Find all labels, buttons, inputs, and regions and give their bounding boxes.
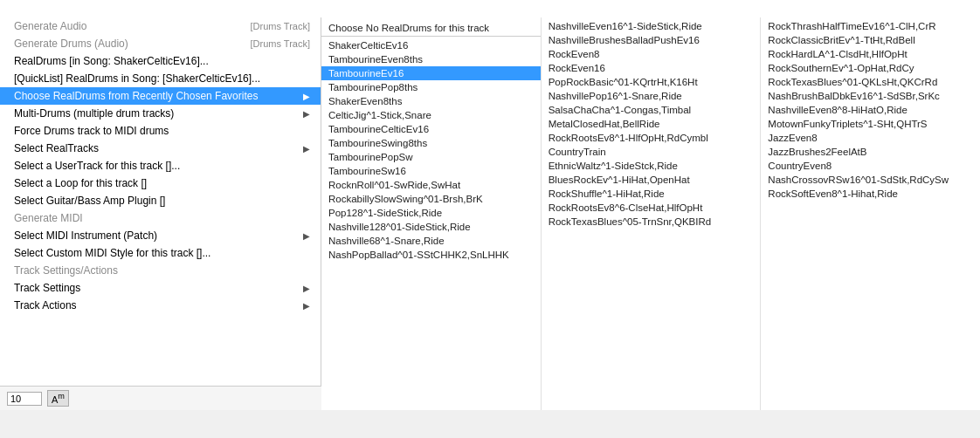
left-item-select-usertrack[interactable]: Select a UserTrack for this track []... <box>0 157 321 175</box>
col1-item-sct8[interactable]: TambourineSwing8ths <box>321 136 541 150</box>
left-panel: Generate Audio[Drums Track]Generate Drum… <box>0 17 321 410</box>
col2-item-c2i13[interactable]: RockShuffle^1-HiHat,Ride <box>542 187 761 201</box>
left-item-label: Select MIDI Instrument (Patch) <box>14 229 157 242</box>
col1-item-sct3[interactable]: TambourineEv16 <box>321 66 541 80</box>
col1-item-sct7[interactable]: TambourineCelticEv16 <box>321 122 541 136</box>
col1-item-sct1[interactable]: ShakerCelticEv16 <box>321 38 541 52</box>
col2-item-c2i4[interactable]: RockEven16 <box>542 61 761 75</box>
submenu-arrow-icon: ▶ <box>303 109 310 119</box>
col2-item-c2i14[interactable]: RockRootsEv8^6-ClseHat,HlfOpHt <box>542 201 761 215</box>
left-item-label: Select RealTracks <box>14 142 99 154</box>
left-item-generate-drums: Generate Drums (Audio)[Drums Track] <box>0 35 321 52</box>
col2-item-c2i7[interactable]: SalsaChaCha^1-Congas,Timbal <box>542 103 761 117</box>
left-item-generate-audio: Generate Audio[Drums Track] <box>0 17 321 35</box>
col3-item-c3i10[interactable]: JazzBrushes2FeelAtB <box>761 145 980 159</box>
col1-item-sct15[interactable]: Nashville68^1-Snare,Ride <box>321 234 541 248</box>
col3-item-c3i1[interactable]: RockThrashHalfTimeEv16^1-ClH,CrR <box>761 19 980 33</box>
col3-item-c3i11[interactable]: CountryEven8 <box>761 159 980 173</box>
left-item-select-loop[interactable]: Select a Loop for this track [] <box>0 175 321 192</box>
col1-item-sct6[interactable]: CelticJig^1-Stick,Snare <box>321 108 541 122</box>
left-item-label: Generate MIDI <box>14 212 83 224</box>
col3-item-c3i8[interactable]: MotownFunkyTriplets^1-SHt,QHTrS <box>761 117 980 131</box>
col1-item-sct12[interactable]: RockabillySlowSwing^01-Brsh,BrK <box>321 192 541 206</box>
col1-item-sct9[interactable]: TambourinePopSw <box>321 150 541 164</box>
main-title <box>0 0 980 17</box>
left-item-quicklist-realdrums[interactable]: [QuickList] RealDrums in Song: [ShakerCe… <box>0 70 321 87</box>
bottom-bar-input[interactable] <box>7 392 42 406</box>
left-item-select-realtracks[interactable]: Select RealTracks▶ <box>0 140 321 157</box>
col3-item-c3i4[interactable]: RockSouthernEv^1-OpHat,RdCy <box>761 61 980 75</box>
col2-item-c2i10[interactable]: CountryTrain <box>542 145 761 159</box>
col2-item-c2i2[interactable]: NashvilleBrushesBalladPushEv16 <box>542 33 761 47</box>
col3-item-c3i2[interactable]: RockClassicBritEv^1-TtHt,RdBell <box>761 33 980 47</box>
col2-item-c2i1[interactable]: NashvilleEven16^1-SideStick,Ride <box>542 19 761 33</box>
left-item-label: Select Guitar/Bass Amp Plugin [] <box>14 195 165 207</box>
left-item-select-guitar-bass[interactable]: Select Guitar/Bass Amp Plugin [] <box>0 192 321 209</box>
left-item-label: Multi-Drums (multiple drum tracks) <box>14 107 174 120</box>
col2-item-c2i12[interactable]: BluesRockEv^1-HiHat,OpenHat <box>542 173 761 187</box>
submenu-arrow-icon: ▶ <box>303 92 310 101</box>
bottom-bar: Am <box>0 386 321 410</box>
submenu-arrow-icon: ▶ <box>303 284 310 293</box>
col3-item-c3i6[interactable]: NashBrushBalDbkEv16^1-SdSBr,SrKc <box>761 89 980 103</box>
col3-item-c3i5[interactable]: RockTexasBlues^01-QKLsHt,QKCrRd <box>761 75 980 89</box>
col3-item-c3i12[interactable]: NashCrossovRSw16^01-SdStk,RdCySw <box>761 173 980 187</box>
left-item-select-midi-instrument[interactable]: Select MIDI Instrument (Patch)▶ <box>0 227 321 244</box>
left-item-sub: [Drums Track] <box>251 21 310 31</box>
right-panel: Choose No RealDrums for this trackShaker… <box>321 17 980 410</box>
col1-item-sct10[interactable]: TambourineSw16 <box>321 164 541 178</box>
left-item-generate-midi-label: Generate MIDI <box>0 209 321 227</box>
left-item-label: [QuickList] RealDrums in Song: [ShakerCe… <box>14 72 260 85</box>
col1-item-sct5[interactable]: ShakerEven8ths <box>321 94 541 108</box>
col2-item-c2i15[interactable]: RockTexasBlues^05-TrnSnr,QKBIRd <box>542 215 761 229</box>
left-item-label: Select a Loop for this track [] <box>14 177 147 189</box>
col2-item-c2i8[interactable]: MetalClosedHat,BellRide <box>542 117 761 131</box>
left-item-label: Force Drums track to MIDI drums <box>14 125 169 137</box>
left-item-multi-drums[interactable]: Multi-Drums (multiple drum tracks)▶ <box>0 105 321 122</box>
left-item-label: Generate Drums (Audio) <box>14 38 128 50</box>
col3-item-c3i9[interactable]: JazzEven8 <box>761 131 980 145</box>
left-item-sub: [Drums Track] <box>251 38 310 49</box>
submenu-arrow-icon: ▶ <box>303 144 310 154</box>
col1-item-sct16[interactable]: NashPopBallad^01-SStCHHK2,SnLHHK <box>321 248 541 262</box>
left-item-label: Generate Audio <box>14 20 86 32</box>
col1-item-sct2[interactable]: TambourineEven8ths <box>321 52 541 66</box>
col2-item-c2i6[interactable]: NashvillePop16^1-Snare,Ride <box>542 89 761 103</box>
col1-item-sct11[interactable]: RocknRoll^01-SwRide,SwHat <box>321 178 541 192</box>
left-item-choose-realdrums-favorites[interactable]: Choose RealDrums from Recently Chosen Fa… <box>0 87 321 105</box>
left-item-label: Choose RealDrums from Recently Chosen Fa… <box>14 90 258 102</box>
col2-item-c2i9[interactable]: RockRootsEv8^1-HlfOpHt,RdCymbl <box>542 131 761 145</box>
left-item-track-actions[interactable]: Track Actions▶ <box>0 297 321 314</box>
col1-item-sct13[interactable]: Pop128^1-SideStick,Ride <box>321 206 541 220</box>
col3: RockThrashHalfTimeEv16^1-ClH,CrRRockClas… <box>761 17 980 410</box>
left-item-track-settings-actions-label: Track Settings/Actions <box>0 262 321 279</box>
col2: NashvilleEven16^1-SideStick,RideNashvill… <box>542 17 762 410</box>
col2-item-c2i11[interactable]: EthnicWaltz^1-SideStck,Ride <box>542 159 761 173</box>
left-item-select-custom-midi[interactable]: Select Custom MIDI Style for this track … <box>0 244 321 262</box>
left-item-track-settings[interactable]: Track Settings▶ <box>0 279 321 297</box>
left-item-label: Select a UserTrack for this track []... <box>14 160 180 172</box>
col3-item-c3i7[interactable]: NashvilleEven8^8-HiHatO,Ride <box>761 103 980 117</box>
left-item-label: Track Settings <box>14 282 80 294</box>
col1: Choose No RealDrums for this trackShaker… <box>321 17 542 410</box>
bottom-bar-button[interactable]: Am <box>47 390 69 407</box>
left-item-label: RealDrums [in Song: ShakerCelticEv16]... <box>14 55 209 67</box>
left-item-label: Track Settings/Actions <box>14 264 118 277</box>
col1-item-sct14[interactable]: Nashville128^01-SideStick,Ride <box>321 220 541 234</box>
left-item-force-drums-midi[interactable]: Force Drums track to MIDI drums <box>0 122 321 140</box>
col1-item-sct4[interactable]: TambourinePop8ths <box>321 80 541 94</box>
left-item-realdrums-in-song[interactable]: RealDrums [in Song: ShakerCelticEv16]... <box>0 52 321 70</box>
col3-item-c3i3[interactable]: RockHardLA^1-ClsdHt,HlfOpHt <box>761 47 980 61</box>
left-item-label: Track Actions <box>14 299 77 311</box>
col2-item-c2i3[interactable]: RockEven8 <box>542 47 761 61</box>
submenu-arrow-icon: ▶ <box>303 301 310 311</box>
submenu-arrow-icon: ▶ <box>303 231 310 241</box>
col1-header[interactable]: Choose No RealDrums for this track <box>321 19 541 37</box>
col2-item-c2i5[interactable]: PopRockBasic^01-KQrtrHt,K16Ht <box>542 75 761 89</box>
left-item-label: Select Custom MIDI Style for this track … <box>14 247 210 259</box>
col3-item-c3i13[interactable]: RockSoftEven8^1-Hihat,Ride <box>761 187 980 201</box>
